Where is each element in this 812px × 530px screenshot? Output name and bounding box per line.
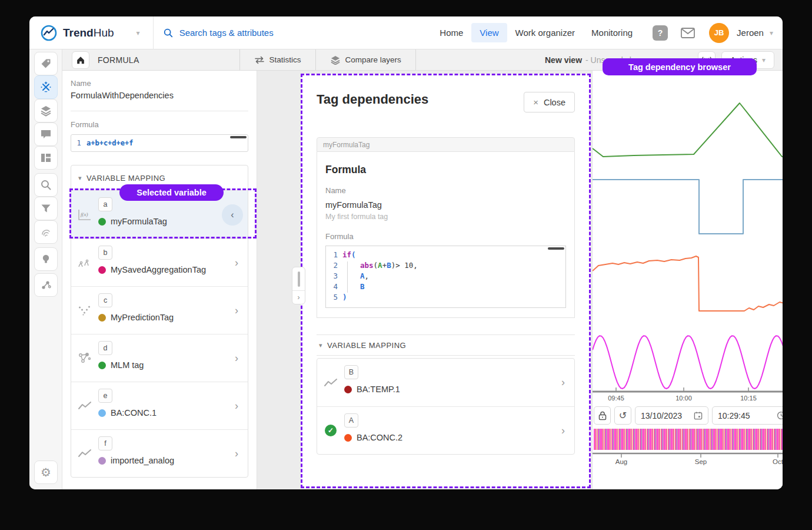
brand-caret-icon[interactable]: ▾	[137, 29, 140, 37]
variable-row-a[interactable]: f(x)amyFormulaTag‹	[71, 190, 248, 238]
panel-splitter[interactable]: ›	[292, 267, 305, 304]
dependency-formula-editor[interactable]: 1if(2abs(A+B)> 10,3A,4B5)	[325, 246, 566, 308]
code-line-4: 4B	[326, 281, 565, 292]
search-icon	[163, 28, 174, 38]
chevron-right-icon[interactable]: ›	[225, 430, 248, 477]
tag-color-dot	[98, 362, 106, 369]
actions-button[interactable]: Actions ▾	[721, 51, 774, 69]
user-name[interactable]: Jeroen	[737, 28, 764, 38]
dependency-row-B[interactable]: BBA:TEMP.1›	[317, 359, 574, 406]
x-axis-tick: 10:00	[675, 395, 692, 402]
variable-letter: c	[98, 293, 112, 307]
broadcast-icon	[701, 57, 712, 64]
help-button[interactable]: ?	[653, 25, 668, 41]
brand-name: TrendHub	[63, 26, 114, 39]
close-button[interactable]: × Close	[524, 92, 575, 112]
tag-name: MLM tag	[111, 360, 144, 370]
code-line-1: 1if(	[326, 250, 565, 260]
line-number: 1	[71, 139, 86, 147]
avatar[interactable]: JB	[709, 23, 729, 43]
search-tags-icon[interactable]	[34, 173, 58, 197]
close-icon: ×	[533, 97, 538, 107]
settings-gear-icon[interactable]: ⚙	[34, 461, 58, 484]
actions-caret-icon: ▾	[762, 56, 766, 64]
layers-icon[interactable]	[34, 99, 58, 122]
lock-icon	[598, 411, 607, 420]
date-input[interactable]: 13/10/2023	[635, 406, 708, 425]
compare-layers-icon	[330, 55, 341, 65]
chevron-right-icon[interactable]: ›	[225, 382, 248, 429]
date-value: 13/10/2023	[641, 411, 682, 420]
variable-mapping-title: VARIABLE MAPPING	[86, 174, 165, 183]
home-button[interactable]	[72, 51, 89, 69]
lightbulb-icon[interactable]	[34, 247, 58, 271]
close-label: Close	[544, 98, 565, 107]
divider	[71, 111, 248, 111]
nav-item-monitoring[interactable]: Monitoring	[583, 23, 641, 42]
chevron-right-icon[interactable]: ›	[225, 334, 248, 382]
variable-row-d[interactable]: dMLM tag›	[71, 334, 248, 382]
panel-title: Tag dependencies	[317, 92, 428, 107]
tag-name: myFormulaTag	[111, 217, 167, 226]
tag-icon[interactable]	[34, 52, 58, 75]
brand-logo[interactable]: TrendHub	[29, 24, 114, 42]
fingerprint-icon[interactable]	[34, 220, 58, 244]
name-label: Name	[325, 186, 566, 195]
collapse-caret-icon: ▾	[319, 342, 322, 349]
code-line-2: 2abs(A+B)> 10,	[326, 260, 565, 271]
tab-compare-layers[interactable]: Compare layers	[315, 49, 416, 70]
group-header: myFormulaTag	[317, 137, 575, 152]
global-search[interactable]: Search tags & attributes	[154, 28, 432, 38]
splitter-drag-handle[interactable]	[292, 267, 305, 291]
tag-name: MyPredictionTag	[111, 313, 174, 322]
overview-strip[interactable]	[594, 429, 783, 450]
comment-icon[interactable]	[34, 122, 58, 146]
lock-timerange-button[interactable]	[594, 406, 611, 425]
formula-icon[interactable]	[34, 75, 58, 99]
formula-name-value: FormulaWithDependencies	[71, 91, 174, 100]
tab-statistics[interactable]: Statistics	[239, 49, 315, 70]
mail-icon	[681, 28, 695, 38]
variable-row-c[interactable]: cMyPredictionTag›	[71, 286, 248, 334]
variable-mapping-header[interactable]: ▾ VARIABLE MAPPING	[317, 334, 575, 356]
dashboard-icon[interactable]	[34, 146, 58, 170]
view-title: New view - Unsaved changes	[545, 49, 657, 71]
nav-item-work-organizer[interactable]: Work organizer	[507, 23, 583, 42]
nav-item-view[interactable]: View	[471, 23, 507, 42]
filter-icon[interactable]	[34, 197, 58, 220]
variable-letter: b	[98, 246, 112, 260]
messages-button[interactable]	[681, 28, 695, 38]
chevron-right-icon[interactable]: ›	[552, 359, 574, 406]
time-input[interactable]: 10:29:45	[712, 406, 783, 425]
history-button[interactable]: ↺	[614, 406, 631, 425]
variable-letter: d	[98, 341, 112, 355]
nav-item-home[interactable]: Home	[431, 23, 471, 42]
view-toolbar: FORMULA Statistics Compare layers New vi…	[62, 49, 783, 71]
tag-color-dot	[98, 457, 106, 465]
tag-color-dot	[98, 266, 106, 274]
tab-statistics-label: Statistics	[269, 55, 301, 64]
collapse-panel-button[interactable]: ›	[292, 291, 305, 304]
formula-heading: Formula	[325, 164, 566, 176]
check-icon: ✓	[325, 425, 337, 436]
chevron-right-icon[interactable]: ›	[225, 239, 248, 286]
user-menu-caret-icon[interactable]: ▾	[770, 29, 773, 37]
variable-row-b[interactable]: bMySavedAggregationTag›	[71, 238, 248, 286]
variable-row-e[interactable]: eBA:CONC.1›	[71, 382, 248, 429]
formula-editor[interactable]: 1 a+b+c+d+e+f	[71, 134, 248, 152]
collapse-detail-button[interactable]: ‹	[222, 204, 243, 226]
chevron-right-icon[interactable]: ›	[225, 287, 248, 334]
editor-scrollbar[interactable]	[548, 247, 564, 250]
view-status: - Unsaved changes	[585, 55, 657, 65]
search-input[interactable]: Search tags & attributes	[179, 28, 274, 38]
dependency-row-A[interactable]: ✓ABA:CONC.2›	[317, 406, 574, 454]
variable-row-f[interactable]: fimported_analog›	[71, 429, 248, 477]
live-broadcast-button[interactable]	[698, 51, 716, 69]
graph-nodes-icon[interactable]	[34, 273, 58, 297]
formula-code[interactable]: a+b+c+d+e+f	[86, 139, 133, 147]
trend-plot[interactable]	[593, 71, 783, 400]
editor-scrollbar[interactable]	[230, 136, 247, 138]
chevron-right-icon[interactable]: ›	[552, 407, 574, 454]
variable-mapping-header[interactable]: ▾ VARIABLE MAPPING	[71, 165, 248, 190]
variable-letter: A	[344, 413, 358, 428]
